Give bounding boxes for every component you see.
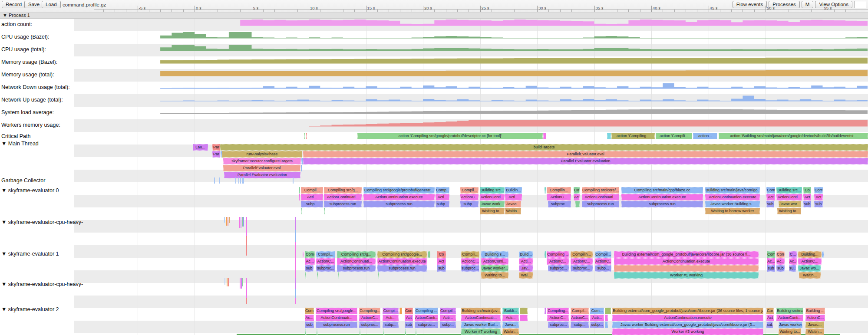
- thread-label-1[interactable]: ▼ skyframe-evaluator-cpu-heavy-: [1, 219, 83, 225]
- track-bar[interactable]: ActionContinuati...: [582, 194, 619, 200]
- track-bar[interactable]: subprocess.run: [582, 201, 619, 207]
- track-bar[interactable]: Co: [437, 251, 446, 258]
- track-bar[interactable]: [545, 308, 546, 314]
- track-bar[interactable]: Act: [814, 194, 823, 200]
- track-bar[interactable]: Co: [803, 187, 811, 194]
- track-bar[interactable]: Comp...: [436, 187, 449, 194]
- track-bar[interactable]: Act: [574, 194, 580, 200]
- track-bar[interactable]: Buildin...: [505, 187, 522, 194]
- track-bar[interactable]: subp...: [460, 201, 479, 207]
- track-bar[interactable]: Ac...: [305, 315, 314, 321]
- track-bar[interactable]: ActionContinuati...: [337, 258, 376, 265]
- track-bar[interactable]: ParallelEvaluator.eval: [223, 165, 300, 171]
- track-bar[interactable]: Javac worker Building external/com_googl…: [612, 322, 763, 328]
- event-tick[interactable]: [243, 217, 244, 227]
- track-bar[interactable]: [614, 265, 759, 272]
- event-tick[interactable]: [228, 278, 229, 286]
- system-load-average-chart[interactable]: [0, 107, 868, 114]
- track-bar[interactable]: Waiting to...: [480, 208, 505, 214]
- track-bar[interactable]: Ac...: [767, 258, 775, 265]
- critical-path-label[interactable]: Critical Path: [1, 133, 30, 139]
- track-bar[interactable]: [399, 308, 402, 314]
- track-bar[interactable]: Build...: [519, 251, 533, 258]
- event-tick[interactable]: [246, 236, 247, 256]
- track-bar[interactable]: Javac worker Building s...: [705, 201, 760, 207]
- save-button[interactable]: Save: [24, 1, 43, 8]
- event-tick[interactable]: [224, 217, 225, 223]
- track-bar[interactable]: [303, 251, 304, 258]
- track-bar[interactable]: [306, 133, 307, 139]
- event-tick[interactable]: [228, 217, 228, 226]
- track-bar[interactable]: [405, 328, 406, 335]
- track-bar[interactable]: subp...: [301, 201, 323, 207]
- gc-event-tick[interactable]: [214, 177, 215, 184]
- track-bar[interactable]: subprocess.run: [621, 201, 703, 207]
- track-bar[interactable]: Co: [574, 187, 580, 194]
- track-bar[interactable]: Acti...: [440, 315, 456, 321]
- track-bar[interactable]: sub: [814, 201, 823, 207]
- memory-usage-bazel-chart[interactable]: [0, 57, 868, 64]
- track-bar[interactable]: Wai...: [519, 272, 533, 279]
- event-tick[interactable]: [242, 217, 243, 227]
- event-tick[interactable]: [227, 278, 228, 286]
- track-bar[interactable]: Compiling src/main/cpp/blaze.cc: [621, 187, 703, 194]
- track-bar[interactable]: Building src/main/java/com/go...: [705, 187, 760, 194]
- track-bar[interactable]: [520, 308, 528, 314]
- track-bar[interactable]: Waitin...: [805, 328, 824, 335]
- track-bar[interactable]: subprocess.run: [337, 265, 376, 272]
- event-tick[interactable]: [295, 242, 296, 278]
- track-bar[interactable]: Compiling src/g...: [324, 187, 362, 194]
- track-bar[interactable]: Com: [766, 308, 774, 314]
- track-bar[interactable]: Javac worker Buil...: [461, 322, 501, 328]
- track-bar[interactable]: action 'Compili...: [656, 133, 692, 139]
- track-bar[interactable]: Javac...: [505, 201, 521, 207]
- track-bar[interactable]: Compiling src/google...: [377, 251, 427, 258]
- track-bar[interactable]: ActionContinuation.execute: [614, 258, 759, 265]
- workers-memory-usage-chart[interactable]: [0, 120, 868, 127]
- track-bar[interactable]: Com: [776, 251, 785, 258]
- track-bar[interactable]: Compilin...: [571, 251, 593, 258]
- track-bar[interactable]: [575, 201, 580, 207]
- track-bar[interactable]: Building src...: [480, 187, 505, 194]
- track-bar[interactable]: su...: [789, 265, 796, 272]
- track-bar[interactable]: ActionContinuation.execute: [705, 194, 760, 200]
- track-bar[interactable]: [428, 251, 430, 258]
- track-bar[interactable]: Par: [212, 144, 220, 151]
- track-bar[interactable]: [545, 251, 546, 258]
- track-bar[interactable]: subproc...: [548, 265, 569, 272]
- track-bar[interactable]: Compil...: [301, 187, 323, 194]
- track-bar[interactable]: [605, 308, 611, 314]
- track-bar[interactable]: action 'Building src/main/java/com/googl…: [719, 133, 868, 139]
- network-up-usage-total-chart[interactable]: [0, 95, 868, 102]
- track-bar[interactable]: Acti...: [590, 315, 604, 321]
- gc-event-tick[interactable]: [243, 177, 244, 184]
- network-down-usage-total-chart[interactable]: [0, 82, 868, 89]
- track-bar[interactable]: Acti...: [301, 194, 323, 200]
- track-bar[interactable]: Building s...: [481, 251, 508, 258]
- track-bar[interactable]: ActionConti...: [481, 258, 508, 265]
- track-bar[interactable]: subproc...: [359, 322, 380, 328]
- track-bar[interactable]: Lau...: [193, 144, 208, 151]
- track-bar[interactable]: [378, 272, 379, 279]
- thread-label-2[interactable]: ▼ skyframe-evaluator 1: [1, 251, 59, 257]
- track-bar[interactable]: Waitin...: [799, 272, 821, 279]
- event-tick[interactable]: [295, 230, 296, 242]
- track-bar[interactable]: sub: [305, 322, 314, 328]
- gc-event-tick[interactable]: [242, 177, 243, 184]
- track-bar[interactable]: Waitin...: [505, 208, 521, 214]
- track-bar[interactable]: [545, 187, 546, 194]
- track-bar[interactable]: ActionC...: [571, 258, 593, 265]
- track-bar[interactable]: Act: [437, 258, 446, 265]
- track-bar[interactable]: subproc...: [548, 201, 571, 207]
- event-tick[interactable]: [295, 289, 296, 298]
- track-bar[interactable]: [324, 208, 325, 214]
- track-bar[interactable]: Building src...: [776, 187, 802, 194]
- track-bar[interactable]: ActionContinuati...: [461, 315, 501, 321]
- track-bar[interactable]: Compiling...: [359, 308, 380, 314]
- track-bar[interactable]: Compiling src/g...: [337, 251, 376, 258]
- track-bar[interactable]: [416, 328, 416, 335]
- track-bar[interactable]: Acti...: [436, 194, 449, 200]
- track-bar[interactable]: Com: [305, 308, 314, 314]
- event-tick[interactable]: [226, 217, 227, 226]
- track-bar[interactable]: Ac...: [789, 258, 797, 265]
